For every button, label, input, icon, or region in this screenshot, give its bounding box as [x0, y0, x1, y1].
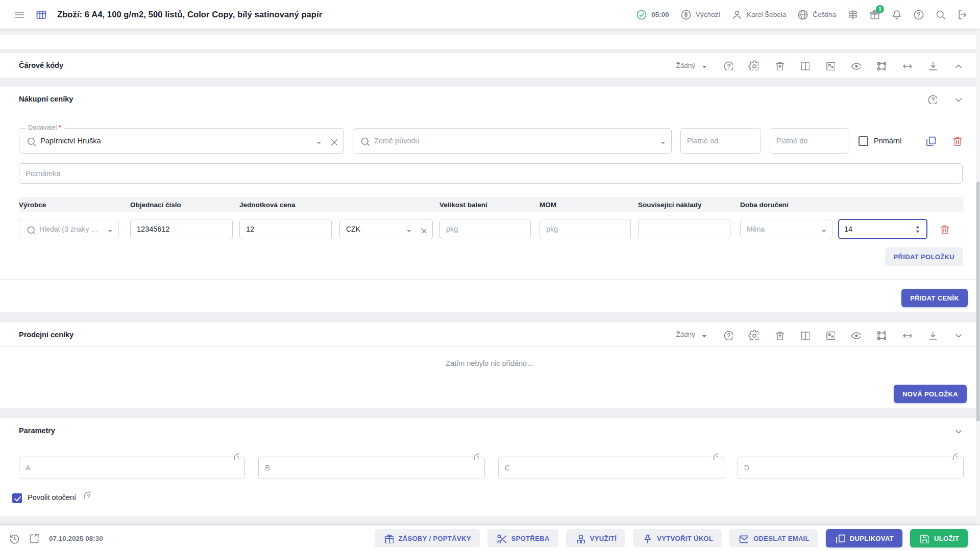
- language-label[interactable]: Čeština: [813, 11, 836, 18]
- visibility-icon[interactable]: [850, 60, 861, 70]
- country-of-origin-field[interactable]: [353, 128, 672, 154]
- valid-to-field[interactable]: [770, 128, 849, 154]
- manufacturer-select[interactable]: Hledat (3 znaky neb…: [19, 219, 119, 239]
- utilization-button[interactable]: VYUŽITÍ: [566, 529, 625, 547]
- expand-icon[interactable]: [952, 425, 963, 436]
- split-columns-icon[interactable]: [799, 330, 810, 340]
- group-by-dropdown[interactable]: Žádný: [676, 330, 707, 339]
- history-icon[interactable]: [8, 533, 19, 544]
- settings-icon[interactable]: [748, 60, 758, 70]
- record-grid-icon[interactable]: [35, 9, 46, 20]
- delivery-time-field[interactable]: [838, 219, 927, 239]
- help-icon[interactable]: [472, 452, 480, 460]
- currency-select[interactable]: CZK: [339, 219, 433, 239]
- price-profile-label[interactable]: Výchozí: [696, 11, 720, 18]
- related-costs-field[interactable]: [638, 219, 730, 239]
- menu-icon[interactable]: [13, 9, 24, 20]
- select-frame-icon[interactable]: [876, 60, 886, 70]
- logout-icon[interactable]: [957, 9, 968, 20]
- signpost-icon[interactable]: [847, 9, 858, 20]
- chevron-down-icon[interactable]: [657, 137, 665, 145]
- split-columns-icon[interactable]: [799, 60, 810, 70]
- valid-to-input[interactable]: [776, 137, 843, 145]
- supplier-input[interactable]: [40, 137, 309, 145]
- supplier-field[interactable]: Dodavatel *: [19, 128, 344, 154]
- parameter-c-input[interactable]: [505, 464, 718, 472]
- settings-icon[interactable]: [748, 330, 758, 340]
- package-size-field[interactable]: [439, 219, 531, 239]
- add-pricelist-button[interactable]: PŘIDAT CENÍK: [901, 289, 968, 307]
- note-input[interactable]: [26, 169, 956, 178]
- new-item-button[interactable]: NOVÁ POLOŽKA: [894, 385, 967, 403]
- gift-button[interactable]: 1: [869, 9, 880, 20]
- resize-horizontal-icon[interactable]: [901, 60, 912, 70]
- parameter-a-input[interactable]: [26, 464, 238, 472]
- help-icon[interactable]: [723, 330, 733, 340]
- user-icon[interactable]: [731, 9, 742, 20]
- help-icon[interactable]: [723, 60, 733, 70]
- order-number-field[interactable]: [130, 219, 233, 239]
- parameter-a-field[interactable]: [19, 457, 245, 479]
- restore-layout-icon[interactable]: [28, 533, 39, 544]
- parameter-d-field[interactable]: [738, 457, 964, 479]
- delivery-time-input[interactable]: [844, 225, 912, 233]
- help-icon[interactable]: [913, 9, 924, 20]
- parameter-b-field[interactable]: [258, 457, 484, 479]
- consumption-button[interactable]: SPOTŘEBA: [487, 529, 558, 547]
- collapse-icon[interactable]: [952, 60, 963, 70]
- order-number-input[interactable]: [137, 225, 226, 233]
- add-item-button[interactable]: PŘIDAT POLOŽKU: [885, 247, 964, 266]
- globe-icon[interactable]: [797, 9, 808, 20]
- check-circle-icon[interactable]: [635, 9, 647, 20]
- help-icon[interactable]: [927, 94, 937, 104]
- package-size-input[interactable]: [446, 225, 524, 233]
- stock-demands-button[interactable]: ZÁSOBY / POPTÁVKY: [375, 529, 480, 547]
- related-costs-input[interactable]: [645, 225, 724, 233]
- bell-icon[interactable]: [891, 9, 902, 20]
- allow-rotation-checkbox[interactable]: [12, 493, 22, 503]
- select-frame-icon[interactable]: [876, 330, 886, 340]
- download-icon[interactable]: [927, 330, 937, 340]
- parameter-c-field[interactable]: [498, 457, 724, 479]
- number-spinner[interactable]: [914, 225, 921, 234]
- archive-icon[interactable]: [774, 330, 784, 340]
- delete-row-icon[interactable]: [939, 223, 950, 235]
- clear-icon[interactable]: [328, 136, 337, 145]
- duplicate-pricelist-icon[interactable]: [925, 135, 936, 146]
- expand-icon[interactable]: [952, 330, 963, 340]
- search-icon[interactable]: [935, 9, 946, 20]
- clear-icon[interactable]: [418, 225, 426, 233]
- currency-badge-icon[interactable]: [680, 9, 691, 20]
- archive-icon[interactable]: [774, 60, 784, 70]
- help-icon[interactable]: [83, 490, 91, 498]
- scrollbar[interactable]: [976, 29, 980, 525]
- note-field[interactable]: [19, 163, 963, 184]
- visibility-icon[interactable]: [850, 330, 861, 340]
- duplicate-button[interactable]: DUPLIKOVAT: [826, 529, 902, 547]
- mom-field[interactable]: [540, 219, 631, 239]
- chevron-down-icon[interactable]: [403, 225, 411, 233]
- group-by-dropdown[interactable]: Žádný: [676, 61, 707, 70]
- primary-checkbox[interactable]: [859, 136, 868, 146]
- spinner-up-icon[interactable]: [914, 225, 921, 229]
- send-email-button[interactable]: ODESLAT EMAIL: [729, 529, 818, 547]
- valid-from-field[interactable]: [680, 128, 761, 154]
- download-icon[interactable]: [927, 60, 937, 70]
- layout-icon[interactable]: [825, 60, 835, 70]
- resize-horizontal-icon[interactable]: [901, 330, 912, 340]
- valid-from-input[interactable]: [687, 137, 754, 145]
- related-costs-currency-select[interactable]: Měna: [740, 219, 832, 239]
- parameter-b-input[interactable]: [265, 464, 478, 472]
- unit-price-input[interactable]: [246, 225, 325, 233]
- user-name[interactable]: Karel Šebela: [747, 11, 786, 18]
- mom-input[interactable]: [546, 225, 624, 233]
- help-icon[interactable]: [711, 452, 719, 460]
- allow-rotation-row[interactable]: Povolit otočení: [12, 493, 91, 503]
- layout-icon[interactable]: [825, 330, 835, 340]
- spinner-down-icon[interactable]: [914, 230, 921, 234]
- help-icon[interactable]: [950, 452, 959, 460]
- expand-icon[interactable]: [952, 94, 963, 104]
- delete-pricelist-icon[interactable]: [951, 135, 963, 146]
- chevron-down-icon[interactable]: [313, 137, 321, 145]
- help-icon[interactable]: [232, 452, 240, 460]
